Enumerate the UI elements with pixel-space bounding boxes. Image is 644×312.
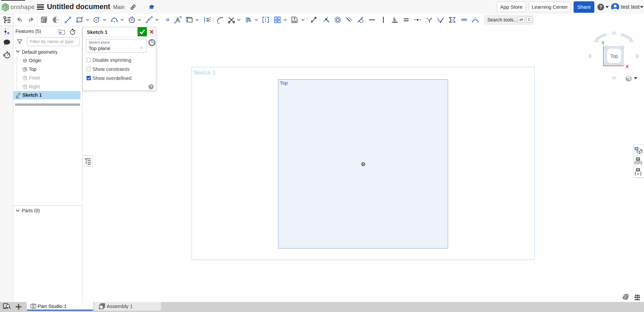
svg-text:DXF: DXF <box>292 20 297 23</box>
svg-text:x: x <box>637 171 639 176</box>
svg-text:X: X <box>626 64 629 69</box>
svg-text:A: A <box>176 17 180 23</box>
svg-text:Y: Y <box>601 40 605 46</box>
